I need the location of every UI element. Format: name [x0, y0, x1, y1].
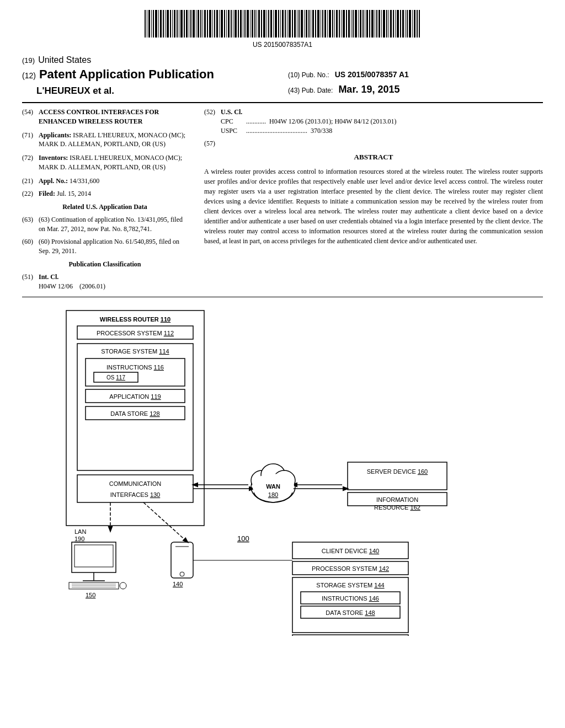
svg-rect-92 — [360, 10, 361, 38]
svg-rect-7 — [160, 10, 162, 38]
svg-rect-23 — [198, 10, 199, 38]
uspc-dots: ..................................... — [246, 126, 307, 136]
svg-rect-45 — [250, 10, 250, 38]
left-column: (54) ACCESS CONTROL INTERFACES FOR ENHAN… — [22, 108, 188, 295]
svg-rect-15 — [179, 10, 179, 38]
svg-rect-74 — [317, 10, 319, 38]
svg-rect-30 — [214, 10, 215, 38]
svg-rect-110 — [402, 10, 404, 38]
svg-rect-94 — [365, 10, 365, 38]
svg-rect-69 — [306, 10, 307, 38]
svg-rect-84 — [341, 10, 342, 38]
content-divider — [22, 297, 543, 297]
svg-rect-4 — [153, 10, 154, 38]
field-63-content: (63) Continuation of application No. 13/… — [39, 215, 188, 234]
uspc-value: 370/338 — [311, 126, 332, 136]
svg-text:COMMUNICATION: COMMUNICATION — [109, 480, 162, 487]
field-72: (72) Inventors: ISRAEL L'HEUREUX, MONACO… — [22, 153, 188, 172]
svg-text:WIRELESS ROUTER 110: WIRELESS ROUTER 110 — [100, 316, 170, 323]
field-72-content: Inventors: ISRAEL L'HEUREUX, MONACO (MC)… — [39, 153, 188, 172]
field-72-label: Inventors: — [39, 154, 68, 162]
svg-rect-111 — [405, 10, 406, 38]
svg-rect-9 — [165, 10, 166, 38]
svg-rect-5 — [155, 10, 157, 38]
header-right: (10) Pub. No.: US 2015/0078357 A1 (43) P… — [277, 54, 543, 97]
svg-rect-81 — [334, 10, 335, 38]
field-71-content: Applicants: ISRAEL L'HEUREUX, MONACO (MC… — [39, 131, 188, 149]
field-22-content: Filed: Jul. 15, 2014 — [39, 189, 91, 199]
field-71-num: (71) — [22, 131, 39, 149]
field-22: (22) Filed: Jul. 15, 2014 — [22, 189, 188, 199]
svg-text:LAN: LAN — [74, 528, 86, 535]
svg-text:140: 140 — [173, 581, 183, 587]
header-left: (19) United States (12) Patent Applicati… — [22, 54, 277, 98]
svg-rect-166 — [171, 542, 193, 578]
svg-rect-27 — [207, 10, 208, 38]
country-name: United States — [38, 54, 91, 66]
svg-rect-101 — [381, 10, 382, 38]
svg-rect-105 — [390, 10, 392, 38]
diagram-svg: WIRELESS ROUTER 110 PROCESSOR SYSTEM 112… — [22, 305, 552, 636]
svg-rect-51 — [263, 10, 265, 38]
svg-rect-96 — [369, 10, 370, 38]
svg-text:CLIENT DEVICE 140: CLIENT DEVICE 140 — [322, 548, 379, 554]
svg-text:APPLICATION 119: APPLICATION 119 — [109, 393, 161, 400]
svg-rect-14 — [177, 10, 178, 38]
us-cl-label: U.S. Cl. — [221, 108, 242, 116]
svg-rect-106 — [393, 10, 394, 38]
svg-text:DATA STORE 128: DATA STORE 128 — [110, 410, 159, 417]
svg-rect-116 — [417, 10, 418, 38]
svg-rect-114 — [412, 10, 413, 38]
svg-rect-115 — [414, 10, 415, 38]
svg-rect-86 — [346, 10, 347, 38]
main-content: (54) ACCESS CONTROL INTERFACES FOR ENHAN… — [0, 108, 565, 295]
svg-rect-19 — [189, 10, 189, 38]
cpc-dots: ............ — [246, 117, 266, 126]
diagram-container: WIRELESS ROUTER 110 PROCESSOR SYSTEM 112… — [22, 305, 552, 636]
svg-rect-61 — [287, 10, 287, 38]
svg-rect-72 — [312, 10, 314, 38]
svg-rect-1 — [147, 10, 147, 38]
svg-rect-56 — [275, 10, 277, 38]
field-71: (71) Applicants: ISRAEL L'HEUREUX, MONAC… — [22, 131, 188, 149]
field-54-content: ACCESS CONTROL INTERFACES FOR ENHANCED W… — [39, 108, 188, 126]
field-60-content: (60) Provisional application No. 61/540,… — [39, 237, 188, 256]
svg-rect-35 — [226, 10, 227, 38]
us-cl-content: U.S. Cl. CPC ............ H04W 12/06 (20… — [221, 108, 397, 135]
field-22-num: (22) — [22, 189, 39, 199]
svg-text:INSTRUCTIONS 146: INSTRUCTIONS 146 — [322, 595, 379, 602]
svg-rect-43 — [244, 10, 246, 38]
field-51-num: (51) — [22, 272, 39, 291]
cpc-label: CPC — [221, 117, 243, 126]
svg-rect-65 — [297, 10, 297, 38]
svg-rect-63 — [292, 10, 293, 38]
svg-rect-112 — [407, 10, 408, 38]
svg-rect-10 — [167, 10, 169, 38]
field-21-value: 14/331,600 — [70, 177, 99, 185]
svg-rect-90 — [355, 10, 357, 38]
svg-rect-109 — [400, 10, 401, 38]
svg-rect-103 — [386, 10, 387, 38]
svg-rect-46 — [252, 10, 253, 38]
svg-rect-75 — [321, 10, 321, 38]
svg-rect-98 — [375, 10, 375, 38]
svg-rect-44 — [247, 10, 249, 38]
field-22-value: Jul. 15, 2014 — [57, 190, 91, 197]
svg-rect-16 — [180, 10, 183, 38]
svg-rect-17 — [184, 10, 185, 38]
field-72-num: (72) — [22, 153, 39, 172]
svg-rect-88 — [351, 10, 351, 38]
svg-rect-180 — [292, 635, 408, 636]
svg-text:SERVER DEVICE 160: SERVER DEVICE 160 — [367, 468, 428, 475]
svg-text:INTERFACES 130: INTERFACES 130 — [110, 491, 160, 498]
kind-num: (12) — [22, 71, 36, 82]
related-title: Related U.S. Application Data — [22, 202, 188, 212]
svg-rect-26 — [204, 10, 206, 38]
svg-text:PROCESSOR SYSTEM 112: PROCESSOR SYSTEM 112 — [97, 330, 174, 336]
svg-text:INSTRUCTIONS 116: INSTRUCTIONS 116 — [106, 364, 164, 371]
svg-rect-157 — [74, 545, 113, 567]
svg-rect-85 — [343, 10, 345, 38]
svg-rect-108 — [397, 10, 399, 38]
svg-text:STORAGE SYSTEM 144: STORAGE SYSTEM 144 — [316, 582, 384, 588]
svg-rect-79 — [329, 10, 331, 38]
